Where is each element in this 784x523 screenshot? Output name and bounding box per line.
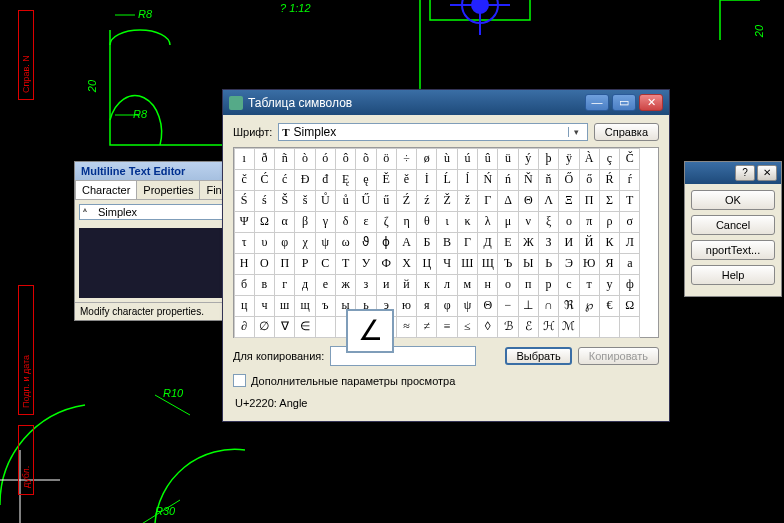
char-cell[interactable]: Č bbox=[619, 148, 640, 170]
char-cell[interactable]: ů bbox=[335, 190, 356, 212]
rpanel-titlebar[interactable]: ? ✕ bbox=[685, 162, 781, 184]
char-cell[interactable]: ć bbox=[274, 169, 295, 191]
char-cell[interactable]: ρ bbox=[599, 211, 620, 233]
copy-button[interactable]: Копировать bbox=[578, 347, 659, 365]
char-cell[interactable]: û bbox=[477, 148, 498, 170]
char-cell[interactable]: г bbox=[274, 274, 295, 296]
tab-properties[interactable]: Properties bbox=[136, 180, 200, 199]
char-cell[interactable]: ô bbox=[335, 148, 356, 170]
char-cell[interactable]: Σ bbox=[599, 190, 620, 212]
char-cell[interactable]: с bbox=[558, 274, 579, 296]
char-cell[interactable]: Т bbox=[335, 253, 356, 275]
char-cell[interactable]: đ bbox=[315, 169, 336, 191]
char-cell[interactable]: А bbox=[396, 232, 417, 254]
char-cell[interactable]: И bbox=[558, 232, 579, 254]
char-cell[interactable]: ŕ bbox=[619, 169, 640, 191]
char-cell[interactable]: щ bbox=[294, 295, 315, 317]
char-cell[interactable]: У bbox=[355, 253, 376, 275]
char-cell[interactable]: ℳ bbox=[558, 316, 579, 338]
char-cell[interactable]: β bbox=[294, 211, 315, 233]
char-cell[interactable]: З bbox=[538, 232, 559, 254]
char-cell[interactable]: ç bbox=[599, 148, 620, 170]
char-cell[interactable]: ñ bbox=[274, 148, 295, 170]
char-cell[interactable]: ζ bbox=[376, 211, 397, 233]
side-tab-podp[interactable]: Подп. и дата bbox=[18, 285, 34, 415]
char-cell[interactable]: и bbox=[376, 274, 397, 296]
font-dropdown[interactable]: T Simplex ▾ bbox=[278, 123, 588, 141]
char-cell[interactable]: Λ bbox=[538, 190, 559, 212]
char-cell[interactable]: П bbox=[274, 253, 295, 275]
char-cell[interactable]: Ф bbox=[376, 253, 397, 275]
char-cell[interactable]: ω bbox=[335, 232, 356, 254]
cmap-help-button[interactable]: Справка bbox=[594, 123, 659, 141]
char-cell[interactable]: к bbox=[416, 274, 437, 296]
char-cell[interactable]: Щ bbox=[477, 253, 498, 275]
char-cell[interactable]: ℬ bbox=[497, 316, 518, 338]
char-cell[interactable]: ι bbox=[436, 211, 457, 233]
char-cell[interactable]: ◊ bbox=[477, 316, 498, 338]
char-cell[interactable]: Ω bbox=[619, 295, 640, 317]
char-cell[interactable]: ℰ bbox=[518, 316, 539, 338]
char-cell[interactable]: В bbox=[436, 232, 457, 254]
char-cell[interactable]: γ bbox=[315, 211, 336, 233]
char-cell[interactable]: ð bbox=[254, 148, 275, 170]
char-cell[interactable]: η bbox=[396, 211, 417, 233]
char-cell[interactable]: ℘ bbox=[579, 295, 600, 317]
side-tab-sprav[interactable]: Справ. N bbox=[18, 10, 34, 100]
char-cell[interactable]: Г bbox=[457, 232, 478, 254]
char-cell[interactable]: Ő bbox=[558, 169, 579, 191]
char-cell[interactable]: š bbox=[294, 190, 315, 212]
char-cell[interactable]: ı bbox=[234, 148, 255, 170]
char-cell[interactable]: Б bbox=[416, 232, 437, 254]
char-cell[interactable]: л bbox=[436, 274, 457, 296]
char-cell[interactable]: ν bbox=[518, 211, 539, 233]
char-cell[interactable]: Ш bbox=[457, 253, 478, 275]
char-cell[interactable]: θ bbox=[416, 211, 437, 233]
char-cell[interactable]: − bbox=[497, 295, 518, 317]
char-cell[interactable]: ú bbox=[457, 148, 478, 170]
char-cell[interactable]: ∇ bbox=[274, 316, 295, 338]
char-cell[interactable]: υ bbox=[254, 232, 275, 254]
char-cell[interactable]: Π bbox=[579, 190, 600, 212]
char-cell[interactable]: у bbox=[599, 274, 620, 296]
char-cell[interactable]: μ bbox=[497, 211, 518, 233]
char-cell[interactable]: ∈ bbox=[294, 316, 315, 338]
char-cell[interactable]: ü bbox=[497, 148, 518, 170]
char-cell[interactable]: р bbox=[538, 274, 559, 296]
char-cell[interactable]: Ž bbox=[436, 190, 457, 212]
char-cell[interactable]: ≈ bbox=[396, 316, 417, 338]
char-cell[interactable]: ÿ bbox=[558, 148, 579, 170]
char-cell[interactable]: Ξ bbox=[558, 190, 579, 212]
char-cell[interactable]: о bbox=[497, 274, 518, 296]
char-cell[interactable]: ù bbox=[436, 148, 457, 170]
char-cell[interactable]: ÷ bbox=[396, 148, 417, 170]
char-cell[interactable]: ń bbox=[497, 169, 518, 191]
advanced-checkbox[interactable] bbox=[233, 374, 246, 387]
ok-button[interactable]: OK bbox=[691, 190, 775, 210]
char-cell[interactable]: ϑ bbox=[355, 232, 376, 254]
char-cell[interactable] bbox=[619, 316, 640, 338]
char-cell[interactable]: ø bbox=[416, 148, 437, 170]
char-cell[interactable]: Š bbox=[274, 190, 295, 212]
char-cell[interactable]: ň bbox=[538, 169, 559, 191]
char-cell[interactable] bbox=[579, 316, 600, 338]
char-cell[interactable]: К bbox=[599, 232, 620, 254]
char-cell[interactable]: ű bbox=[376, 190, 397, 212]
char-cell[interactable]: ψ bbox=[457, 295, 478, 317]
char-cell[interactable]: ц bbox=[234, 295, 255, 317]
char-cell[interactable]: ℜ bbox=[558, 295, 579, 317]
char-cell[interactable]: À bbox=[579, 148, 600, 170]
char-cell[interactable]: Ŕ bbox=[599, 169, 620, 191]
char-cell[interactable]: в bbox=[254, 274, 275, 296]
char-cell[interactable]: ε bbox=[355, 211, 376, 233]
char-cell[interactable]: е bbox=[315, 274, 336, 296]
char-cell[interactable]: Ě bbox=[376, 169, 397, 191]
char-cell[interactable]: Я bbox=[599, 253, 620, 275]
char-cell[interactable]: Ę bbox=[335, 169, 356, 191]
char-cell[interactable]: λ bbox=[477, 211, 498, 233]
char-cell[interactable]: Γ bbox=[477, 190, 498, 212]
char-cell[interactable]: й bbox=[396, 274, 417, 296]
char-cell[interactable]: Ц bbox=[416, 253, 437, 275]
char-cell[interactable]: Э bbox=[558, 253, 579, 275]
char-cell[interactable]: õ bbox=[355, 148, 376, 170]
